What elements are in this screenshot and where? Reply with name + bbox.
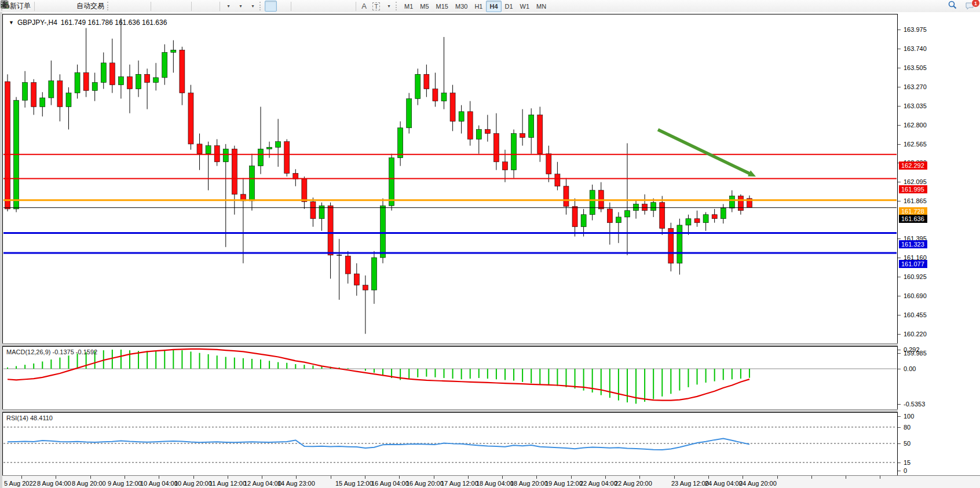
market-button[interactable]	[36, 1, 49, 12]
periods-button[interactable]: ▾	[234, 1, 246, 12]
macd-tick-label: -0.5353	[904, 401, 925, 408]
time-tick-mark	[125, 476, 125, 479]
candle-body	[686, 219, 691, 225]
timeframe-button-m1[interactable]: M1	[401, 1, 416, 12]
candle-body	[92, 82, 97, 90]
dropdown-caret[interactable]: ▾	[239, 3, 242, 9]
price-tick-mark	[898, 353, 901, 354]
candle-body	[118, 77, 123, 85]
price-line-badge: 161.728	[899, 207, 927, 215]
candle-body	[398, 128, 403, 158]
candle-body	[546, 154, 551, 174]
search-icon	[948, 0, 957, 10]
macd-panel[interactable]: MACD(12,26,9) -0.1375 -0.1592	[2, 346, 898, 411]
time-tick-label: 10 Aug 04:00	[140, 480, 178, 487]
bar-chart-button[interactable]	[112, 1, 125, 12]
search-button[interactable]	[948, 1, 960, 12]
time-tick-mark	[880, 476, 880, 479]
label-tool-letter: T	[372, 2, 380, 10]
candle-body	[66, 93, 71, 107]
time-tick-mark	[296, 476, 297, 479]
price-tick-label: 162.800	[904, 122, 927, 129]
candle-body	[258, 149, 264, 166]
price-line-badge: 161.323	[899, 240, 927, 248]
dropdown-caret[interactable]: ▾	[387, 3, 390, 9]
notifications-button[interactable]: 1	[964, 1, 977, 12]
crosshair-tool-button[interactable]	[277, 1, 289, 12]
candle-body	[520, 134, 525, 138]
rsi-panel[interactable]: RSI(14) 48.4110	[2, 412, 898, 476]
zoom-in-button[interactable]	[153, 1, 165, 12]
arrows-tool-button[interactable]: ▾	[382, 1, 394, 12]
price-tick-mark	[898, 201, 901, 201]
toolbar-grip[interactable]	[259, 2, 264, 10]
cursor-tool-button[interactable]	[265, 1, 277, 12]
time-tick-mark	[605, 476, 606, 479]
timeframe-button-d1[interactable]: D1	[502, 1, 517, 12]
candle-body	[223, 149, 228, 162]
time-tick-mark	[468, 476, 469, 479]
timeframe-button-m15[interactable]: M15	[433, 1, 452, 12]
candle-body	[424, 74, 429, 89]
timeframe-button-mn[interactable]: MN	[533, 1, 550, 12]
candle-body	[5, 82, 10, 209]
text-label-tool-button[interactable]: T	[370, 1, 382, 12]
vertical-line-tool-button[interactable]	[293, 1, 305, 12]
horizontal-line-tool-button[interactable]	[305, 1, 317, 12]
candle-body	[267, 147, 272, 149]
main-chart-panel[interactable]: ▼ GBPJPY-,H4 161.749 161.786 161.636 161…	[2, 14, 898, 345]
time-tick-label: 18 Aug 04:00	[476, 480, 514, 487]
separator	[291, 2, 291, 11]
auto-scroll-button[interactable]	[193, 1, 206, 12]
time-tick-label: 18 Aug 20:00	[510, 480, 548, 487]
dropdown-caret[interactable]: ▾	[227, 3, 229, 9]
mt4-window: 新订单	[0, 0, 980, 488]
dropdown-caret[interactable]: ▾	[251, 3, 254, 9]
time-tick-mark	[331, 476, 331, 479]
indicators-button[interactable]: ▾	[246, 1, 258, 12]
timeframe-button-h1[interactable]: H1	[471, 1, 486, 12]
candle-body	[23, 82, 28, 100]
time-tick-label: 19 Aug 12:00	[545, 480, 583, 487]
candlestick-chart-button[interactable]	[125, 1, 137, 12]
time-axis[interactable]: 5 Aug 20228 Aug 04:008 Aug 20:009 Aug 12…	[2, 475, 980, 488]
timeframe-button-m30[interactable]: M30	[452, 1, 471, 12]
toolbar-grip[interactable]	[107, 2, 111, 10]
timeframe-button-h4[interactable]: H4	[486, 1, 501, 12]
new-chart-button[interactable]: ▾	[222, 1, 234, 12]
chart-shift-button[interactable]	[206, 1, 218, 12]
community-button[interactable]	[49, 1, 61, 12]
auto-trading-button[interactable]: 自动交易	[73, 1, 106, 12]
candle-body	[564, 186, 569, 207]
toolbar-grip[interactable]	[396, 2, 400, 10]
time-tick-mark	[159, 476, 159, 479]
candle-body	[276, 142, 281, 148]
tile-windows-button[interactable]	[177, 1, 189, 12]
candlestick-chart[interactable]	[3, 14, 897, 344]
candle-body	[607, 209, 612, 223]
timeframe-button-w1[interactable]: W1	[517, 1, 533, 12]
price-tick-mark	[898, 296, 901, 296]
candle-body	[441, 93, 447, 101]
line-chart-button[interactable]	[137, 1, 149, 12]
price-tick-mark	[898, 239, 901, 239]
price-tick-mark	[898, 68, 901, 68]
price-axis[interactable]: 163.975163.740163.505163.270163.035162.8…	[898, 14, 980, 476]
separator	[191, 2, 192, 11]
candle-body	[302, 179, 307, 201]
timeframe-button-m5[interactable]: M5	[416, 1, 432, 12]
candle-body	[40, 98, 45, 107]
macd-signal-line	[8, 349, 749, 401]
text-tool-button[interactable]: A	[358, 1, 370, 12]
candle-body	[660, 203, 665, 229]
price-tick-mark	[898, 315, 901, 315]
fibonacci-tool-button[interactable]: F	[342, 1, 354, 12]
candle-body	[75, 73, 80, 93]
time-tick-mark	[846, 476, 846, 479]
trendline-tool-button[interactable]	[317, 1, 330, 12]
channel-tool-button[interactable]: E	[330, 1, 342, 12]
signals-button[interactable]	[61, 1, 73, 12]
zoom-out-button[interactable]	[165, 1, 177, 12]
time-tick-mark	[56, 476, 56, 479]
chevron-down-icon[interactable]: ▼	[9, 20, 14, 25]
